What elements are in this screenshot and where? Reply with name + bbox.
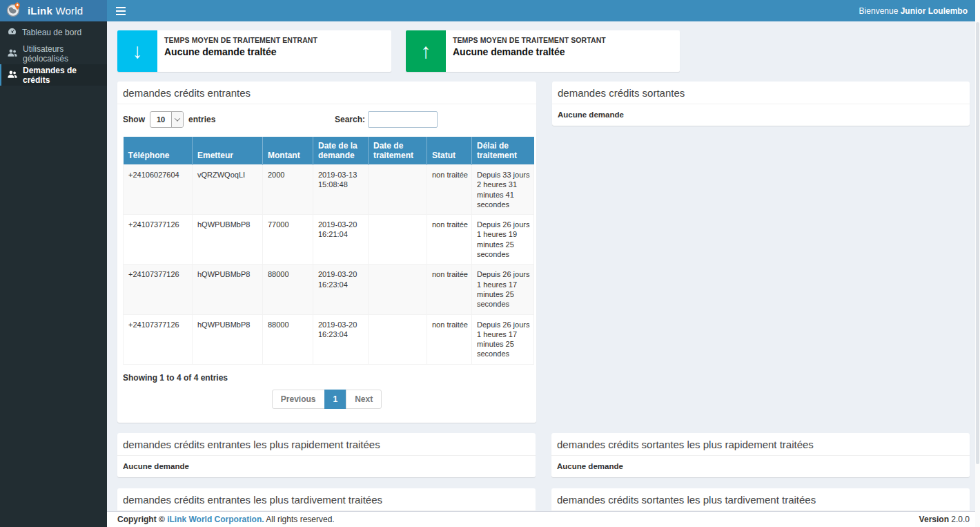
search-input[interactable] [368,111,438,128]
col-header-montant[interactable]: Montant [263,137,313,165]
info-box-value: Aucune demande traltée [164,46,317,57]
brand-text: iLink World [28,5,83,17]
panel-sortantes-rapidement: demandes crédits sortantes les plus rapi… [551,433,970,477]
previous-page-button[interactable]: Previous [272,390,325,409]
panel-sortantes-tardivement: demandes crédits sortantes les plus tard… [551,488,970,511]
entries-label: entries [188,115,215,124]
sidebar-toggle-hamburger-icon[interactable] [107,0,135,21]
table-row: +24106027604 vQRZWQoqLI 2000 2019-03-13 … [124,165,534,215]
sidebar-item-tableau-de-bord[interactable]: Tableau de bord [0,21,107,43]
panel-title: demandes crédits entrantes les plus tard… [117,488,536,511]
vertical-scrollbar[interactable] [975,0,980,527]
empty-message: Aucune demande [117,456,536,477]
sidebar-item-utilisateurs-geolocalises[interactable]: Utilisateurs géolocalisés [0,43,107,64]
panel-title: demandes crédits entrantes les plus rapi… [117,433,536,456]
table-row: +24107377126 hQWPUBMbP8 77000 2019-03-20… [124,215,534,265]
main-header: iLink World Bienvenue Junior Loulembo [0,0,980,21]
sidebar-item-demandes-de-credits[interactable]: Demandes de crédits [0,64,107,86]
copyright-text: Copyright © iLink World Corporation. All… [117,515,335,524]
incoming-requests-table: Téléphone Emetteur Montant Date de la de… [123,137,534,365]
col-header-date-demande[interactable]: Date de la demande [313,137,369,165]
version-text: Version 2.0.0 [919,515,970,524]
tachometer-icon [8,27,17,38]
col-header-telephone[interactable]: Téléphone [124,137,193,165]
panel-title: demandes crédits sortantes [552,82,970,104]
app-logo[interactable]: iLink World [0,0,107,21]
panel-demandes-sortantes: demandes crédits sortantes Aucune demand… [552,82,970,126]
panel-entrantes-tardivement: demandes crédits entrantes les plus tard… [117,488,536,511]
col-header-date-traitement[interactable]: Date de traitement [369,137,427,165]
arrow-down-icon: ↓ [117,30,157,72]
info-box-temps-sortant: ↑ TEMPS MOYEN DE TRAITEMENT SORTANT Aucu… [406,30,680,72]
panel-entrantes-rapidement: demandes crédits entrantes les plus rapi… [117,433,536,477]
globe-pin-logo-icon [6,1,22,21]
info-box-temps-entrant: ↓ TEMPS MOYEN DE TRAITEMENT ENTRANT Aucu… [117,30,391,72]
table-row: +24107377126 hQWPUBMbP8 88000 2019-03-20… [124,314,534,364]
page-length-select[interactable]: 10 [150,111,184,128]
users-icon [8,70,17,81]
top-navbar: Bienvenue Junior Loulembo [107,0,980,21]
panel-demandes-entrantes: demandes crédits entrantes Show 10 entri… [117,82,536,423]
sidebar-item-label: Demandes de crédits [23,66,99,85]
col-header-delai[interactable]: Délai de traitement [472,137,534,165]
corporation-link[interactable]: iLink World Corporation. [167,515,264,524]
welcome-message: Bienvenue Junior Loulembo [859,6,968,16]
empty-message: Aucune demande [552,104,970,126]
users-icon [8,48,17,59]
search-label: Search: [335,115,365,124]
col-header-statut[interactable]: Statut [427,137,472,165]
show-label: Show [123,115,145,124]
empty-message: Aucune demande [551,456,970,477]
table-header-row: Téléphone Emetteur Montant Date de la de… [124,137,534,165]
main-footer: Copyright © iLink World Corporation. All… [107,511,980,527]
scrollbar-thumb[interactable] [976,22,979,464]
next-page-button[interactable]: Next [346,390,382,409]
info-box-value: Aucune demande traltée [453,46,606,57]
page-1-button[interactable]: 1 [324,390,347,409]
table-info-text: Showing 1 to 4 of 4 entries [123,373,531,383]
sidebar-item-label: Tableau de bord [22,28,81,37]
panel-title: demandes crédits sortantes les plus rapi… [551,433,970,456]
info-box-title: TEMPS MOYEN DE TRAITEMENT ENTRANT [164,36,317,44]
col-header-emetteur[interactable]: Emetteur [193,137,263,165]
arrow-up-icon: ↑ [406,30,446,72]
panel-title: demandes crédits sortantes les plus tard… [551,488,970,511]
chevron-down-icon [171,112,183,127]
panel-title: demandes crédits entrantes [117,82,536,104]
pagination: Previous 1 Next [121,390,532,409]
sidebar-item-label: Utilisateurs géolocalisés [23,44,99,64]
info-box-title: TEMPS MOYEN DE TRAITEMENT SORTANT [453,36,606,44]
table-row: +24107377126 hQWPUBMbP8 88000 2019-03-20… [124,265,534,314]
content-area: ↓ TEMPS MOYEN DE TRAITEMENT ENTRANT Aucu… [107,21,980,511]
sidebar: Tableau de bord Utilisateurs géolocalisé… [0,21,107,527]
